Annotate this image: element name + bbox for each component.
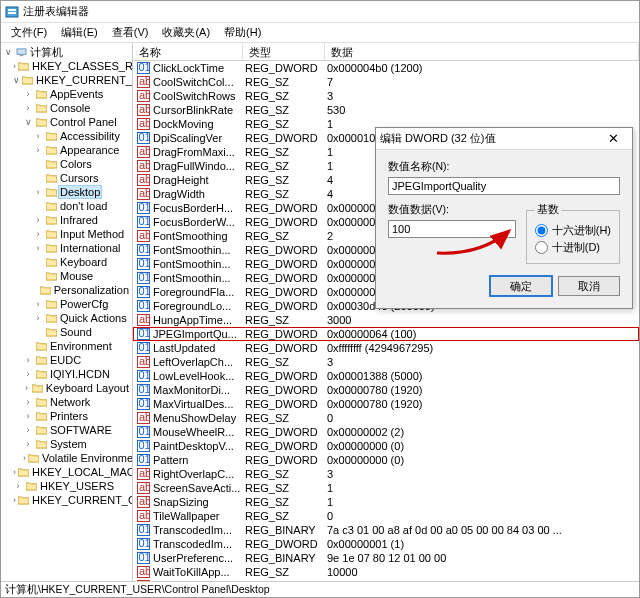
tree-hkcr[interactable]: ›HKEY_CLASSES_ROOT (13, 59, 132, 73)
ok-button[interactable]: 确定 (490, 276, 552, 296)
expand-toggle[interactable]: › (33, 187, 43, 197)
tree-colors[interactable]: Colors (33, 157, 132, 171)
expand-toggle[interactable]: › (23, 411, 33, 421)
radio-dec[interactable]: 十进制(D) (535, 240, 611, 255)
value-row[interactable]: 011UserPreferenc...REG_BINARY9e 1e 07 80… (133, 551, 639, 565)
value-row[interactable]: abRightOverlapC...REG_SZ3 (133, 467, 639, 481)
tree-computer[interactable]: ∨计算机 (3, 45, 132, 59)
menu-fav[interactable]: 收藏夹(A) (156, 25, 216, 40)
expand-toggle[interactable]: › (23, 425, 33, 435)
expand-toggle[interactable]: ∨ (13, 75, 20, 85)
value-row[interactable]: 011ClickLockTimeREG_DWORD0x000004b0 (120… (133, 61, 639, 75)
menu-file[interactable]: 文件(F) (5, 25, 53, 40)
expand-toggle[interactable]: ∨ (23, 117, 33, 127)
radio-hex[interactable]: 十六进制(H) (535, 223, 611, 238)
expand-toggle[interactable]: › (33, 145, 43, 155)
value-row[interactable]: 011TranscodedIm...REG_DWORD0x00000001 (1… (133, 537, 639, 551)
menu-edit[interactable]: 编辑(E) (55, 25, 104, 40)
expand-toggle[interactable]: › (23, 453, 26, 463)
cancel-button[interactable]: 取消 (558, 276, 620, 296)
value-row[interactable]: 011MaxVirtualDes...REG_DWORD0x00000780 (… (133, 397, 639, 411)
expand-toggle[interactable]: › (33, 313, 43, 323)
value-row[interactable]: 011JPEGImportQu...REG_DWORD0x00000064 (1… (133, 327, 639, 341)
close-icon[interactable]: ✕ (598, 131, 628, 146)
expand-toggle[interactable]: › (13, 61, 16, 71)
expand-toggle[interactable]: › (33, 243, 43, 253)
value-row[interactable]: 011PaintDesktopV...REG_DWORD0x00000000 (… (133, 439, 639, 453)
value-row[interactable]: abTileWallpaperREG_SZ0 (133, 509, 639, 523)
tree-powercfg[interactable]: ›PowerCfg (33, 297, 132, 311)
expand-toggle[interactable]: › (23, 397, 33, 407)
tree-hklm[interactable]: ›HKEY_LOCAL_MACHINE (13, 465, 132, 479)
tree-appearance[interactable]: ›Appearance (33, 143, 132, 157)
tree-infrared[interactable]: ›Infrared (33, 213, 132, 227)
col-name[interactable]: 名称 (133, 43, 243, 60)
expand-toggle[interactable]: › (23, 89, 33, 99)
value-row[interactable]: 011MaxMonitorDi...REG_DWORD0x00000780 (1… (133, 383, 639, 397)
menu-view[interactable]: 查看(V) (106, 25, 155, 40)
tree-keyboard[interactable]: Keyboard (33, 255, 132, 269)
value-row[interactable]: 011MouseWheelR...REG_DWORD0x00000002 (2) (133, 425, 639, 439)
expand-toggle[interactable]: ∨ (3, 47, 13, 57)
expand-toggle[interactable]: › (33, 229, 43, 239)
tree-hkcu[interactable]: ∨HKEY_CURRENT_USER (13, 73, 132, 87)
key-tree[interactable]: ∨计算机›HKEY_CLASSES_ROOT∨HKEY_CURRENT_USER… (1, 43, 133, 581)
tree-personalization[interactable]: Personalization (33, 283, 132, 297)
tree-kblayout[interactable]: ›Keyboard Layout (23, 381, 132, 395)
expand-toggle[interactable]: › (23, 439, 33, 449)
tree-software[interactable]: ›SOFTWARE (23, 423, 132, 437)
value-row[interactable]: abCoolSwitchRowsREG_SZ3 (133, 89, 639, 103)
expand-toggle[interactable]: › (23, 355, 33, 365)
value-row[interactable]: abMenuShowDelayREG_SZ0 (133, 411, 639, 425)
expand-toggle[interactable]: › (23, 103, 33, 113)
tree-network[interactable]: ›Network (23, 395, 132, 409)
value-row[interactable]: 011TranscodedIm...REG_BINARY7a c3 01 00 … (133, 523, 639, 537)
tree-international[interactable]: ›International (33, 241, 132, 255)
value-row[interactable]: abCoolSwitchCol...REG_SZ7 (133, 75, 639, 89)
value-data-input[interactable] (388, 220, 516, 238)
value-row[interactable]: abLeftOverlapCh...REG_SZ3 (133, 355, 639, 369)
value-row[interactable]: 011PatternREG_DWORD0x00000000 (0) (133, 453, 639, 467)
expand-toggle[interactable]: › (33, 299, 43, 309)
value-row[interactable]: abSnapSizingREG_SZ1 (133, 495, 639, 509)
tree-system[interactable]: ›System (23, 437, 132, 451)
col-data[interactable]: 数据 (325, 43, 639, 60)
value-row[interactable]: abWaitToKillApp...REG_SZ10000 (133, 565, 639, 579)
tree-iqiyi[interactable]: ›IQIYI.HCDN (23, 367, 132, 381)
tree-cursors[interactable]: Cursors (33, 171, 132, 185)
expand-toggle[interactable]: › (23, 369, 33, 379)
value-row[interactable]: abCursorBlinkRateREG_SZ530 (133, 103, 639, 117)
tree-printers[interactable]: ›Printers (23, 409, 132, 423)
menu-help[interactable]: 帮助(H) (218, 25, 267, 40)
radio-hex-input[interactable] (535, 224, 548, 237)
tree-mouse[interactable]: Mouse (33, 269, 132, 283)
value-row[interactable]: abScreenSaveActi...REG_SZ1 (133, 481, 639, 495)
expand-toggle[interactable]: › (33, 131, 43, 141)
tree-console[interactable]: ›Console (23, 101, 132, 115)
tree-volatile[interactable]: ›Volatile Environment (23, 451, 132, 465)
expand-toggle[interactable]: › (23, 383, 30, 393)
tree-appevents[interactable]: ›AppEvents (23, 87, 132, 101)
tree-controlpanel[interactable]: ∨Control Panel (23, 115, 132, 129)
tree-inputmethod[interactable]: ›Input Method (33, 227, 132, 241)
value-row[interactable]: abHungAppTime...REG_SZ3000 (133, 313, 639, 327)
value-list[interactable]: 名称 类型 数据 011ClickLockTimeREG_DWORD0x0000… (133, 43, 639, 581)
tree-sound[interactable]: Sound (33, 325, 132, 339)
tree-environment[interactable]: Environment (23, 339, 132, 353)
tree-quickactions[interactable]: ›Quick Actions (33, 311, 132, 325)
value-row[interactable]: abWallpaperREG_SZC:\Users\Administrator\… (133, 579, 639, 581)
tree-eudc[interactable]: ›EUDC (23, 353, 132, 367)
expand-toggle[interactable]: › (13, 481, 23, 491)
value-row[interactable]: 011LastUpdatedREG_DWORD0xffffffff (42949… (133, 341, 639, 355)
col-type[interactable]: 类型 (243, 43, 325, 60)
tree-accessibility[interactable]: ›Accessibility (33, 129, 132, 143)
expand-toggle[interactable]: › (13, 467, 16, 477)
value-row[interactable]: 011LowLevelHook...REG_DWORD0x00001388 (5… (133, 369, 639, 383)
value-name-input[interactable] (388, 177, 620, 195)
tree-hkcc[interactable]: ›HKEY_CURRENT_CONFIG (13, 493, 132, 507)
expand-toggle[interactable]: › (13, 495, 16, 505)
tree-hku[interactable]: ›HKEY_USERS (13, 479, 132, 493)
tree-dontload[interactable]: don't load (33, 199, 132, 213)
tree-desktop[interactable]: ›Desktop (33, 185, 132, 199)
radio-dec-input[interactable] (535, 241, 548, 254)
